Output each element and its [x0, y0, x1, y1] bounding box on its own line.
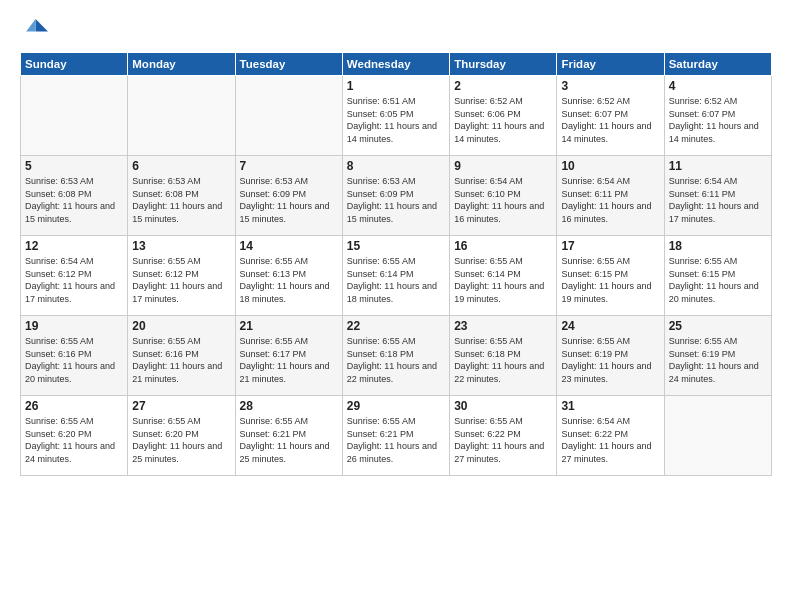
calendar-week-row: 5Sunrise: 6:53 AMSunset: 6:08 PMDaylight…: [21, 156, 772, 236]
day-info: Sunrise: 6:55 AMSunset: 6:14 PMDaylight:…: [347, 255, 445, 305]
calendar-cell: 19Sunrise: 6:55 AMSunset: 6:16 PMDayligh…: [21, 316, 128, 396]
weekday-header: Friday: [557, 53, 664, 76]
calendar-cell: 17Sunrise: 6:55 AMSunset: 6:15 PMDayligh…: [557, 236, 664, 316]
calendar-cell: 24Sunrise: 6:55 AMSunset: 6:19 PMDayligh…: [557, 316, 664, 396]
calendar-week-row: 12Sunrise: 6:54 AMSunset: 6:12 PMDayligh…: [21, 236, 772, 316]
calendar-cell: [128, 76, 235, 156]
logo: [20, 16, 52, 44]
day-number: 16: [454, 239, 552, 253]
calendar-cell: 3Sunrise: 6:52 AMSunset: 6:07 PMDaylight…: [557, 76, 664, 156]
day-number: 24: [561, 319, 659, 333]
calendar-cell: 29Sunrise: 6:55 AMSunset: 6:21 PMDayligh…: [342, 396, 449, 476]
day-number: 31: [561, 399, 659, 413]
day-info: Sunrise: 6:52 AMSunset: 6:07 PMDaylight:…: [561, 95, 659, 145]
day-number: 18: [669, 239, 767, 253]
day-number: 11: [669, 159, 767, 173]
day-number: 2: [454, 79, 552, 93]
day-info: Sunrise: 6:52 AMSunset: 6:06 PMDaylight:…: [454, 95, 552, 145]
day-number: 5: [25, 159, 123, 173]
svg-marker-1: [26, 19, 35, 31]
day-number: 7: [240, 159, 338, 173]
calendar-week-row: 26Sunrise: 6:55 AMSunset: 6:20 PMDayligh…: [21, 396, 772, 476]
weekday-header: Wednesday: [342, 53, 449, 76]
day-info: Sunrise: 6:55 AMSunset: 6:18 PMDaylight:…: [454, 335, 552, 385]
day-number: 4: [669, 79, 767, 93]
calendar-cell: 26Sunrise: 6:55 AMSunset: 6:20 PMDayligh…: [21, 396, 128, 476]
day-number: 3: [561, 79, 659, 93]
day-number: 29: [347, 399, 445, 413]
day-number: 13: [132, 239, 230, 253]
day-info: Sunrise: 6:54 AMSunset: 6:11 PMDaylight:…: [561, 175, 659, 225]
day-info: Sunrise: 6:53 AMSunset: 6:08 PMDaylight:…: [132, 175, 230, 225]
calendar-cell: 25Sunrise: 6:55 AMSunset: 6:19 PMDayligh…: [664, 316, 771, 396]
day-number: 9: [454, 159, 552, 173]
day-info: Sunrise: 6:54 AMSunset: 6:12 PMDaylight:…: [25, 255, 123, 305]
page: SundayMondayTuesdayWednesdayThursdayFrid…: [0, 0, 792, 612]
weekday-header-row: SundayMondayTuesdayWednesdayThursdayFrid…: [21, 53, 772, 76]
day-number: 25: [669, 319, 767, 333]
calendar-cell: 21Sunrise: 6:55 AMSunset: 6:17 PMDayligh…: [235, 316, 342, 396]
day-info: Sunrise: 6:55 AMSunset: 6:19 PMDaylight:…: [561, 335, 659, 385]
calendar-cell: 15Sunrise: 6:55 AMSunset: 6:14 PMDayligh…: [342, 236, 449, 316]
day-info: Sunrise: 6:54 AMSunset: 6:11 PMDaylight:…: [669, 175, 767, 225]
calendar-cell: 1Sunrise: 6:51 AMSunset: 6:05 PMDaylight…: [342, 76, 449, 156]
day-info: Sunrise: 6:55 AMSunset: 6:16 PMDaylight:…: [25, 335, 123, 385]
calendar-cell: 6Sunrise: 6:53 AMSunset: 6:08 PMDaylight…: [128, 156, 235, 236]
day-info: Sunrise: 6:52 AMSunset: 6:07 PMDaylight:…: [669, 95, 767, 145]
calendar-cell: 5Sunrise: 6:53 AMSunset: 6:08 PMDaylight…: [21, 156, 128, 236]
day-info: Sunrise: 6:55 AMSunset: 6:17 PMDaylight:…: [240, 335, 338, 385]
calendar-cell: 7Sunrise: 6:53 AMSunset: 6:09 PMDaylight…: [235, 156, 342, 236]
calendar-cell: 23Sunrise: 6:55 AMSunset: 6:18 PMDayligh…: [450, 316, 557, 396]
day-number: 14: [240, 239, 338, 253]
day-info: Sunrise: 6:55 AMSunset: 6:12 PMDaylight:…: [132, 255, 230, 305]
logo-icon: [20, 16, 48, 44]
day-number: 30: [454, 399, 552, 413]
calendar-cell: 22Sunrise: 6:55 AMSunset: 6:18 PMDayligh…: [342, 316, 449, 396]
day-number: 6: [132, 159, 230, 173]
calendar-table: SundayMondayTuesdayWednesdayThursdayFrid…: [20, 52, 772, 476]
weekday-header: Tuesday: [235, 53, 342, 76]
header: [20, 16, 772, 44]
day-info: Sunrise: 6:55 AMSunset: 6:14 PMDaylight:…: [454, 255, 552, 305]
calendar-cell: [664, 396, 771, 476]
weekday-header: Sunday: [21, 53, 128, 76]
day-info: Sunrise: 6:54 AMSunset: 6:10 PMDaylight:…: [454, 175, 552, 225]
calendar-cell: 10Sunrise: 6:54 AMSunset: 6:11 PMDayligh…: [557, 156, 664, 236]
day-info: Sunrise: 6:55 AMSunset: 6:21 PMDaylight:…: [347, 415, 445, 465]
day-number: 23: [454, 319, 552, 333]
calendar-cell: [235, 76, 342, 156]
calendar-cell: 18Sunrise: 6:55 AMSunset: 6:15 PMDayligh…: [664, 236, 771, 316]
calendar-cell: 28Sunrise: 6:55 AMSunset: 6:21 PMDayligh…: [235, 396, 342, 476]
day-number: 1: [347, 79, 445, 93]
calendar-cell: 4Sunrise: 6:52 AMSunset: 6:07 PMDaylight…: [664, 76, 771, 156]
day-info: Sunrise: 6:55 AMSunset: 6:20 PMDaylight:…: [132, 415, 230, 465]
day-number: 27: [132, 399, 230, 413]
weekday-header: Thursday: [450, 53, 557, 76]
day-number: 15: [347, 239, 445, 253]
day-info: Sunrise: 6:55 AMSunset: 6:20 PMDaylight:…: [25, 415, 123, 465]
calendar-cell: 20Sunrise: 6:55 AMSunset: 6:16 PMDayligh…: [128, 316, 235, 396]
day-info: Sunrise: 6:55 AMSunset: 6:15 PMDaylight:…: [561, 255, 659, 305]
weekday-header: Saturday: [664, 53, 771, 76]
day-number: 20: [132, 319, 230, 333]
calendar-cell: 16Sunrise: 6:55 AMSunset: 6:14 PMDayligh…: [450, 236, 557, 316]
day-info: Sunrise: 6:55 AMSunset: 6:19 PMDaylight:…: [669, 335, 767, 385]
day-info: Sunrise: 6:55 AMSunset: 6:15 PMDaylight:…: [669, 255, 767, 305]
calendar-cell: 2Sunrise: 6:52 AMSunset: 6:06 PMDaylight…: [450, 76, 557, 156]
day-number: 19: [25, 319, 123, 333]
calendar-cell: 27Sunrise: 6:55 AMSunset: 6:20 PMDayligh…: [128, 396, 235, 476]
day-info: Sunrise: 6:53 AMSunset: 6:09 PMDaylight:…: [347, 175, 445, 225]
day-info: Sunrise: 6:55 AMSunset: 6:21 PMDaylight:…: [240, 415, 338, 465]
day-number: 8: [347, 159, 445, 173]
calendar-cell: 13Sunrise: 6:55 AMSunset: 6:12 PMDayligh…: [128, 236, 235, 316]
day-info: Sunrise: 6:55 AMSunset: 6:22 PMDaylight:…: [454, 415, 552, 465]
day-info: Sunrise: 6:53 AMSunset: 6:08 PMDaylight:…: [25, 175, 123, 225]
day-info: Sunrise: 6:55 AMSunset: 6:16 PMDaylight:…: [132, 335, 230, 385]
weekday-header: Monday: [128, 53, 235, 76]
calendar-cell: 12Sunrise: 6:54 AMSunset: 6:12 PMDayligh…: [21, 236, 128, 316]
day-number: 12: [25, 239, 123, 253]
day-number: 10: [561, 159, 659, 173]
day-info: Sunrise: 6:55 AMSunset: 6:13 PMDaylight:…: [240, 255, 338, 305]
calendar-week-row: 19Sunrise: 6:55 AMSunset: 6:16 PMDayligh…: [21, 316, 772, 396]
day-number: 22: [347, 319, 445, 333]
